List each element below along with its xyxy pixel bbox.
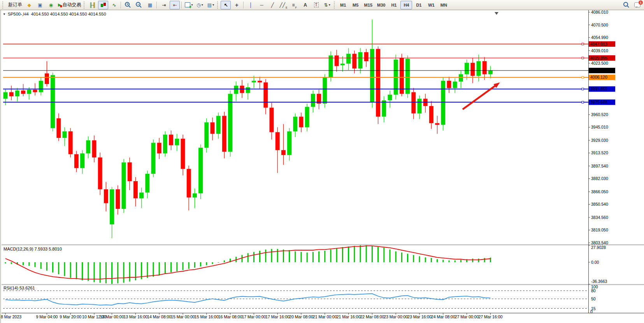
line-handle[interactable] <box>582 57 584 59</box>
bar-chart-icon: ╟╢ <box>89 3 96 7</box>
macd-indicator-label: MACD(12,26,9) 7.5933 5.8010 <box>4 247 62 251</box>
macd-histogram-bar <box>218 262 219 263</box>
toolbar-grip-2 <box>84 2 86 9</box>
macd-histogram-bar <box>271 249 272 262</box>
templates-button[interactable]: ▤▾ <box>205 1 216 9</box>
trendline-button[interactable]: ╱ <box>267 1 277 9</box>
price-tick-label: 4086.010 <box>591 10 608 14</box>
macd-scale-label: 27.9028 <box>591 245 606 250</box>
crosshair-button[interactable]: + <box>232 1 242 9</box>
horizontal-line-button[interactable]: ─ <box>256 1 267 9</box>
macd-histogram-bar <box>460 260 462 262</box>
virtual-hosting-button[interactable]: ▣ <box>35 1 45 9</box>
timeframe-h4-button[interactable]: H4 <box>400 1 412 9</box>
timeframe-d1-button[interactable]: D1 <box>413 1 425 9</box>
macd-histogram-bar <box>5 262 6 263</box>
candle-body <box>222 116 226 152</box>
candle-body <box>151 143 156 174</box>
line-handle[interactable] <box>582 43 584 45</box>
rsi-scale-label: 80 <box>591 288 596 293</box>
current-price-label: 4014.550 <box>590 68 607 73</box>
crosshair-icon: + <box>235 2 239 8</box>
price-tick-label: 4070.500 <box>591 23 608 27</box>
date-label: 15 Mar 00:00 <box>171 314 195 319</box>
macd-histogram-bar <box>242 255 243 262</box>
chart-shift-button[interactable]: ⇤ <box>170 1 180 9</box>
text-label-button[interactable]: T <box>311 1 321 9</box>
macd-histogram-bar <box>64 262 65 276</box>
zoom-in-button[interactable]: + <box>123 1 133 9</box>
timeframe-m1-button[interactable]: M1 <box>337 1 349 9</box>
new-order-button[interactable]: 新订单 <box>6 1 23 9</box>
macd-histogram-bar <box>182 262 184 270</box>
macd-histogram-bar <box>111 262 112 284</box>
auto-trading-button[interactable]: ▶自动交易 <box>57 1 82 9</box>
candle-body <box>435 123 439 125</box>
fibonacci-button[interactable]: ≡F <box>290 1 300 9</box>
candle-body <box>405 59 410 94</box>
timeframe-h1-button[interactable]: H1 <box>388 1 400 9</box>
arrows-button-caret[interactable]: ▾ <box>329 3 330 7</box>
candle-body <box>465 63 469 74</box>
vertical-line-icon: │ <box>249 3 253 7</box>
macd-histogram-bar <box>395 251 397 262</box>
macd-histogram-bar <box>307 252 308 262</box>
notifications-button[interactable]: 1 <box>632 1 642 9</box>
zoom-out-icon: − <box>136 2 140 7</box>
line-handle[interactable] <box>582 101 584 103</box>
bar-chart-button[interactable]: ╟╢ <box>87 1 97 9</box>
date-label: 21 Mar 00:00 <box>313 314 337 319</box>
equidistant-channel-icon: ╱╱ <box>279 3 285 7</box>
equidistant-channel-button[interactable]: ╱╱E <box>278 1 288 9</box>
auto-scroll-button[interactable]: ⇥ <box>159 1 169 9</box>
chart-title: SP500-,H4 4014.550 4014.550 4014.550 401… <box>8 12 106 16</box>
search-button[interactable] <box>621 1 632 9</box>
chart-background[interactable] <box>0 10 644 323</box>
macd-histogram-bar <box>153 262 154 277</box>
line-handle[interactable] <box>582 76 584 78</box>
periods-button-caret[interactable]: ▾ <box>202 3 203 7</box>
macd-histogram-bar <box>46 262 47 271</box>
date-label: 9 Mar 04:00 <box>36 314 58 319</box>
new-chart-button[interactable]: +▾ <box>184 1 194 9</box>
macd-histogram-bar <box>442 260 444 262</box>
line-handle[interactable] <box>582 88 584 90</box>
trendline-icon: ╱ <box>271 3 274 7</box>
candlestick-chart-button[interactable] <box>98 1 108 9</box>
macd-histogram-bar <box>401 252 402 262</box>
candle-body <box>358 52 363 69</box>
candle-body <box>400 58 404 94</box>
cursor-button[interactable]: ↖ <box>221 1 231 9</box>
arrows-button[interactable]: ⇅▾ <box>322 1 332 9</box>
macd-scale-label: -36.3663 <box>591 279 607 284</box>
candle-body <box>370 49 374 102</box>
zoom-out-button[interactable]: − <box>134 1 144 9</box>
timeframe-mn-button[interactable]: MN <box>438 1 449 9</box>
candle-body <box>411 92 416 113</box>
macd-histogram-bar <box>35 262 36 267</box>
macd-histogram-bar <box>324 251 325 262</box>
arrows-icon: ⇅ <box>324 3 328 7</box>
timeframe-m15-button[interactable]: M15 <box>362 1 374 9</box>
timeframe-w1-button[interactable]: W1 <box>425 1 437 9</box>
timeframe-m5-button[interactable]: M5 <box>350 1 361 9</box>
timeframe-m30-button[interactable]: M30 <box>375 1 387 9</box>
signals-button[interactable]: ◉ <box>46 1 56 9</box>
virtual-hosting-icon: ▣ <box>38 3 42 7</box>
candle-body <box>33 90 37 92</box>
tile-windows-button[interactable]: ▦ <box>145 1 155 9</box>
chart-window[interactable]: 4047.0134029.8954014.5504006.1203991.855… <box>0 10 644 323</box>
line-chart-button[interactable]: ∿ <box>109 1 119 9</box>
candle-body <box>122 162 126 209</box>
periods-button[interactable]: ◷▾ <box>195 1 205 9</box>
candle-body <box>63 131 67 138</box>
market-watch-button[interactable]: ◆ <box>24 1 34 9</box>
price-tick-label: 3929.030 <box>591 138 608 143</box>
chart-menu-icon[interactable]: ▼ <box>3 12 6 16</box>
candle-body <box>329 55 333 78</box>
candle-body <box>45 73 49 84</box>
text-button[interactable]: A <box>300 1 311 9</box>
templates-button-caret[interactable]: ▾ <box>212 3 214 7</box>
vertical-line-button[interactable]: │ <box>246 1 256 9</box>
macd-histogram-bar <box>348 247 349 262</box>
